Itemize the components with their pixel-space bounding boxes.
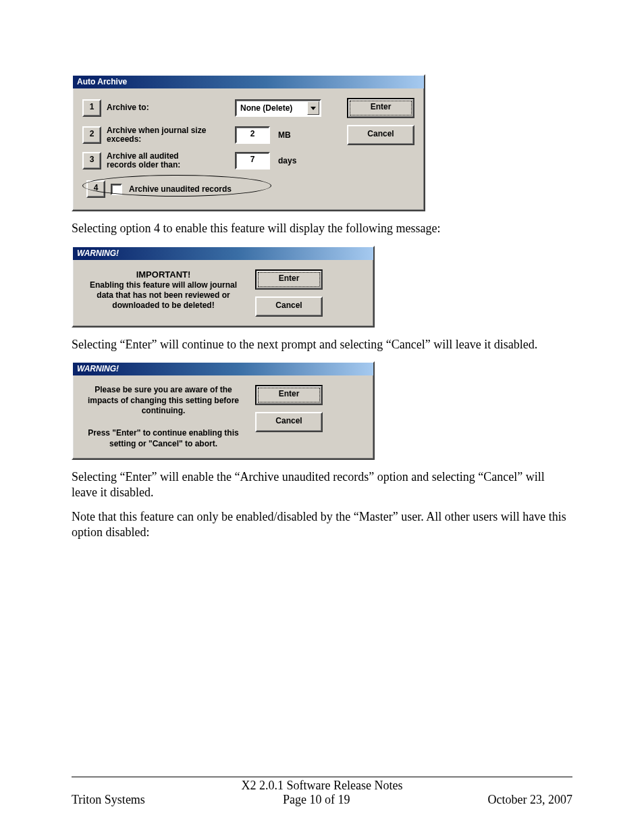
footer-title: X2 2.0.1 Software Release Notes	[72, 779, 572, 793]
warning-2-enter-button[interactable]: Enter	[255, 385, 323, 405]
archive-unaudited-checkbox[interactable]	[111, 184, 122, 195]
document-page: Auto Archive 1 Archive to: None (Delete)…	[0, 0, 644, 834]
option-4-button[interactable]: 4	[86, 180, 105, 198]
warning-1-cancel-button[interactable]: Cancel	[255, 296, 323, 317]
enter-button[interactable]: Enter	[347, 98, 414, 118]
paragraph-1: Selecting option 4 to enable this featur…	[72, 221, 572, 236]
archive-to-dropdown[interactable]: None (Delete)	[235, 99, 321, 117]
warning-dialog-2: WARNING! Please be sure you are aware of…	[72, 361, 375, 460]
archive-size-input[interactable]: 2	[235, 126, 270, 144]
archive-row-1: 1 Archive to:	[82, 99, 231, 117]
warning-2-text-1: Please be sure you are aware of the impa…	[82, 385, 244, 416]
warning-1-text: IMPORTANT! Enabling this feature will al…	[82, 269, 244, 311]
archive-row-2: 2 Archive when journal size exceeds:	[82, 126, 231, 144]
page-footer: X2 2.0.1 Software Release Notes Triton S…	[72, 777, 572, 807]
footer-rule	[72, 777, 572, 777]
auto-archive-body: 1 Archive to: None (Delete) Enter 2 Arch…	[73, 88, 424, 210]
option-2-button[interactable]: 2	[82, 126, 101, 144]
warning-1-body: Enabling this feature will allow journal…	[82, 280, 244, 311]
archive-size-unit: MB	[278, 130, 301, 140]
auto-archive-titlebar: Auto Archive	[73, 76, 424, 88]
warning-2-cancel-button[interactable]: Cancel	[255, 412, 323, 432]
option-3-button[interactable]: 3	[82, 152, 101, 170]
cancel-button[interactable]: Cancel	[347, 125, 414, 145]
footer-left: Triton Systems	[72, 793, 145, 807]
archive-size-label: Archive when journal size exceeds:	[107, 126, 208, 144]
option-1-button[interactable]: 1	[82, 99, 101, 117]
archive-row-3: 3 Archive all audited records older than…	[82, 152, 231, 170]
archive-unaudited-label: Archive unaudited records	[129, 185, 232, 194]
warning-1-enter-button[interactable]: Enter	[255, 269, 323, 290]
paragraph-4: Note that this feature can only be enabl…	[72, 509, 572, 540]
footer-right: October 23, 2007	[488, 793, 572, 807]
warning-1-titlebar: WARNING!	[73, 247, 373, 260]
warning-2-titlebar: WARNING!	[73, 363, 373, 375]
warning-2-text-2: Press "Enter" to continue enabling this …	[82, 428, 244, 449]
archive-to-label: Archive to:	[107, 103, 149, 112]
archive-age-unit: days	[278, 156, 301, 165]
archive-row-4: 4 Archive unaudited records	[82, 178, 414, 201]
paragraph-3: Selecting “Enter” will enable the “Archi…	[72, 469, 572, 500]
archive-age-input[interactable]: 7	[235, 152, 270, 170]
auto-archive-dialog: Auto Archive 1 Archive to: None (Delete)…	[72, 74, 425, 211]
archive-to-value: None (Delete)	[240, 103, 307, 113]
warning-1-heading: IMPORTANT!	[82, 269, 244, 280]
archive-age-label: Archive all audited records older than:	[107, 152, 208, 170]
chevron-down-icon	[307, 101, 319, 115]
warning-dialog-1: WARNING! IMPORTANT! Enabling this featur…	[72, 246, 375, 328]
paragraph-2: Selecting “Enter” will continue to the n…	[72, 337, 572, 353]
footer-center: Page 10 of 19	[283, 793, 350, 807]
